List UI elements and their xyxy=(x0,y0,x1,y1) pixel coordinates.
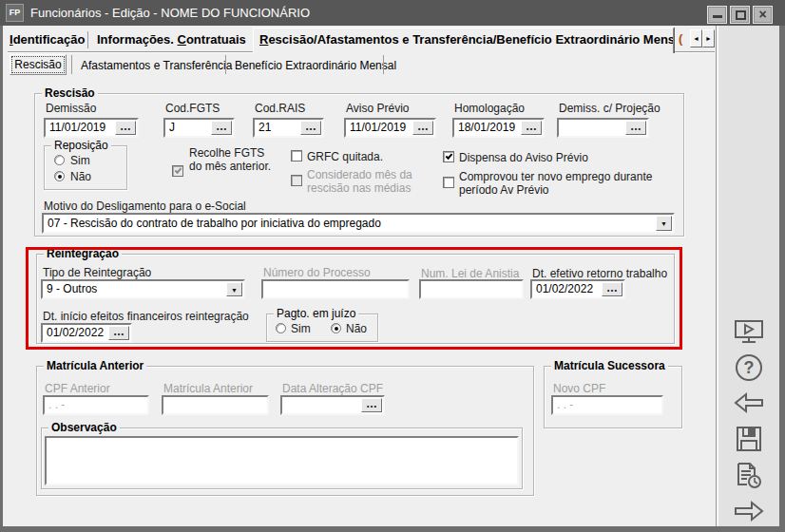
maximize-button[interactable] xyxy=(730,6,750,24)
demiss-projecao-field[interactable]: … xyxy=(557,118,649,138)
subtab-rescisao[interactable]: Rescisão xyxy=(10,54,67,75)
tipo-reintegracao-combobox[interactable]: 9 - Outros ▼ xyxy=(41,279,245,299)
arrow-right-icon: ► xyxy=(705,35,712,42)
motivo-desligamento-combobox[interactable]: 07 - Rescisão do contrato de trabalho po… xyxy=(42,213,675,234)
comprovou-emprego-checkbox[interactable] xyxy=(443,177,454,188)
novo-cpf-field[interactable]: . . - xyxy=(551,395,663,415)
demissao-field[interactable]: 11/01/2019 … xyxy=(44,118,139,138)
matricula-anterior-label: Matrícula Anterior xyxy=(163,382,253,395)
homologacao-picker-button[interactable]: … xyxy=(521,121,542,135)
app-icon: FP xyxy=(6,4,24,22)
forward-button[interactable] xyxy=(718,499,779,527)
subtab-separator xyxy=(71,55,72,74)
data-alteracao-cpf-picker-button[interactable]: … xyxy=(361,398,382,412)
dispensa-aviso-checkbox[interactable] xyxy=(443,151,454,162)
dropdown-arrow-icon[interactable]: ▼ xyxy=(656,216,672,231)
subtab-separator xyxy=(383,55,384,74)
subtab-separator xyxy=(225,55,226,74)
help-icon: ? xyxy=(736,354,762,381)
dt-inicio-efeitos-picker-button[interactable]: … xyxy=(108,326,129,340)
back-button[interactable] xyxy=(718,390,779,419)
aviso-previo-picker-button[interactable]: … xyxy=(412,121,433,135)
demiss-projecao-picker-button[interactable]: … xyxy=(625,121,646,135)
numero-processo-field[interactable] xyxy=(261,279,410,299)
dt-retorno-picker-button[interactable]: … xyxy=(602,282,622,296)
save-floppy-icon xyxy=(735,425,763,453)
group-rescisao-legend: Rescisão xyxy=(42,86,98,100)
aviso-previo-field[interactable]: 11/01/2019 … xyxy=(344,118,436,138)
save-button[interactable] xyxy=(718,425,779,457)
tab-scroll-right-button[interactable]: ► xyxy=(702,29,715,48)
cpf-anterior-label: CPF Anterior xyxy=(45,382,110,395)
icon-sidebar: ? xyxy=(718,26,779,526)
dispensa-aviso-label[interactable]: Dispensa do Aviso Prévio xyxy=(459,151,588,164)
window-frame-right xyxy=(779,26,785,532)
truncated-tab-label: ( xyxy=(679,31,687,48)
novo-cpf-label: Novo CPF xyxy=(553,382,605,395)
cod-fgts-picker-button[interactable]: … xyxy=(211,121,232,135)
pagto-juizo-nao-radio[interactable] xyxy=(331,323,341,333)
maximize-icon xyxy=(736,10,746,20)
homologacao-field[interactable]: 18/01/2019 … xyxy=(452,118,545,138)
observacao-textarea[interactable] xyxy=(45,436,519,485)
considerado-medias-checkbox[interactable] xyxy=(291,175,302,186)
tab-rescisao-afastamentos[interactable]: Rescisão/Afastamentos e Transferência/Be… xyxy=(253,28,674,53)
app-window: FP Funcionários - Edição - NOME DO FUNCI… xyxy=(0,0,785,532)
tab-informacoes-contratuais[interactable]: Informações. Contratuais xyxy=(97,29,246,50)
subtab-afastamentos-transferencia[interactable]: Afastamentos e Transferência xyxy=(81,56,232,75)
monitor-play-button[interactable] xyxy=(718,318,779,349)
grfc-quitada-label[interactable]: GRFC quitada. xyxy=(307,150,383,163)
reposicao-nao-label[interactable]: Não xyxy=(70,170,91,183)
group-pagto-juizo-legend: Pagto. em juízo xyxy=(274,307,358,320)
cod-rais-picker-button[interactable]: … xyxy=(300,121,321,135)
considerado-medias-label[interactable]: Considerado mês da rescisão nas médias xyxy=(307,168,427,195)
recalculate-document-button[interactable] xyxy=(718,461,779,493)
dt-retorno-field[interactable]: 01/02/2022 … xyxy=(530,279,625,299)
num-lei-anistia-label: Num. Lei de Anistia xyxy=(421,267,519,280)
dt-retorno-label: Dt. efetivo retorno trabalho xyxy=(532,267,667,280)
comprovou-emprego-label[interactable]: Comprovou ter novo emprego durante perío… xyxy=(459,170,676,197)
pagto-juizo-sim-radio[interactable] xyxy=(276,323,286,333)
reposicao-sim-radio[interactable] xyxy=(54,155,65,165)
dropdown-arrow-icon[interactable]: ▼ xyxy=(226,282,242,296)
tab-scroll-left-button[interactable]: ◄ xyxy=(690,29,702,48)
subtab-beneficio-extraordinario[interactable]: Benefício Extraordinário Mensal xyxy=(235,56,396,75)
demiss-projecao-label: Demiss. c/ Projeção xyxy=(559,102,661,115)
reposicao-nao-radio[interactable] xyxy=(54,171,65,181)
tab-separator xyxy=(87,31,88,48)
cod-rais-label: Cod.RAIS xyxy=(255,102,305,115)
close-button[interactable]: × xyxy=(753,6,773,24)
reposicao-sim-label[interactable]: Sim xyxy=(70,154,90,167)
group-reposicao-legend: Reposição xyxy=(51,139,111,152)
cod-rais-field[interactable]: 21 … xyxy=(253,118,324,138)
num-lei-anistia-field[interactable] xyxy=(419,279,524,299)
cod-fgts-label: Cod.FGTS xyxy=(165,102,220,115)
pagto-juizo-sim-label[interactable]: Sim xyxy=(291,322,311,335)
document-refresh-icon xyxy=(734,461,764,489)
aviso-previo-label: Aviso Prévio xyxy=(346,102,409,115)
group-observacao-legend: Observação xyxy=(48,421,120,434)
window-title: Funcionários - Edição - NOME DO FUNCIONÁ… xyxy=(30,0,310,26)
data-alteracao-cpf-field[interactable]: … xyxy=(280,395,385,415)
close-icon: × xyxy=(754,7,772,23)
matricula-anterior-field[interactable] xyxy=(162,395,269,415)
cpf-anterior-field[interactable]: . . - xyxy=(43,395,149,415)
help-button[interactable]: ? xyxy=(718,354,779,381)
recolhe-fgts-label[interactable]: Recolhe FGTS do mês anterior. xyxy=(189,146,273,173)
demissao-picker-button[interactable]: … xyxy=(115,121,136,135)
tab-identificacao[interactable]: Identificação xyxy=(10,29,85,50)
group-reintegracao-legend: Reintegração xyxy=(44,247,122,260)
group-matricula-anterior-legend: Matrícula Anterior xyxy=(44,359,146,372)
cod-fgts-field[interactable]: J … xyxy=(163,118,235,138)
window-frame-bottom xyxy=(0,526,785,532)
minimize-button[interactable] xyxy=(707,6,727,24)
grfc-quitada-checkbox[interactable] xyxy=(291,150,302,162)
arrow-left-icon: ◄ xyxy=(693,35,699,42)
pagto-juizo-nao-label[interactable]: Não xyxy=(346,322,367,335)
title-bar: FP Funcionários - Edição - NOME DO FUNCI… xyxy=(0,0,785,26)
dt-inicio-efeitos-field[interactable]: 01/02/2022 … xyxy=(41,323,132,343)
homologacao-label: Homologação xyxy=(454,102,525,115)
recolhe-fgts-checkbox[interactable] xyxy=(172,165,183,177)
tipo-reintegracao-label: Tipo de Reintegração xyxy=(43,266,151,279)
data-alteracao-cpf-label: Data Alteração CPF xyxy=(282,382,383,395)
